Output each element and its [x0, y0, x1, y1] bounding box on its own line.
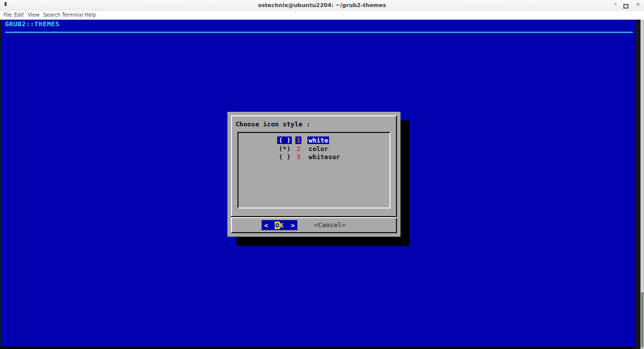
scrollbar-thumb[interactable] — [641, 292, 643, 347]
option-tag: 2 — [295, 145, 301, 153]
button-separator — [231, 216, 397, 218]
cancel-button[interactable]: <Cancel> — [314, 221, 346, 229]
menu-file[interactable]: File — [4, 12, 12, 18]
close-button[interactable]: ✕ — [636, 2, 640, 7]
window-titlebar: ostechnix@ubuntu2204: ~/grub2-themes – ✕ — [0, 0, 644, 11]
radio-option-whitesur[interactable]: ( )3whitesur — [238, 153, 389, 162]
option-label: whitesur — [307, 153, 341, 161]
option-tag: 1 — [295, 136, 301, 144]
menu-search[interactable]: Search — [43, 12, 60, 18]
radio-indicator: ( ) — [277, 136, 292, 144]
menu-help[interactable]: Help — [85, 12, 96, 18]
minimize-button[interactable]: – — [614, 1, 617, 7]
option-listbox: ( )1white (*)2color ( )3whitesur — [237, 132, 390, 208]
option-label: white — [307, 136, 329, 144]
window-bottom-edge — [0, 346, 636, 349]
backtitle: GRUB2::THEMES — [5, 20, 59, 28]
menu-edit[interactable]: Edit — [14, 12, 24, 18]
ok-angle-left: < — [264, 222, 268, 229]
option-tag: 3 — [295, 153, 301, 161]
option-rows: ( )1white (*)2color ( )3whitesur — [238, 136, 389, 162]
radio-option-white[interactable]: ( )1white — [238, 136, 389, 145]
backtitle-divider — [5, 32, 633, 33]
dialog-title: Choose icon style : — [235, 120, 310, 128]
ok-angle-right: > — [291, 222, 295, 229]
radiolist-dialog: Choose icon style : ( )1white (*)2color … — [227, 112, 400, 237]
menu-bar: File Edit View Search Terminal Help — [0, 11, 644, 20]
radio-indicator: ( ) — [277, 153, 292, 161]
radio-option-color[interactable]: (*)2color — [238, 145, 389, 154]
option-label: color — [307, 145, 329, 153]
ok-label-rest: K — [280, 222, 284, 229]
menu-terminal[interactable]: Terminal — [62, 12, 83, 18]
ok-cursor-char: O — [275, 222, 280, 229]
radio-indicator: (*) — [277, 145, 292, 153]
terminal-right-edge — [636, 20, 640, 349]
ok-button[interactable]: < O K > — [262, 220, 297, 230]
window-title: ostechnix@ubuntu2204: ~/grub2-themes — [0, 2, 644, 9]
menu-view[interactable]: View — [28, 12, 40, 18]
maximize-button[interactable] — [623, 4, 628, 9]
